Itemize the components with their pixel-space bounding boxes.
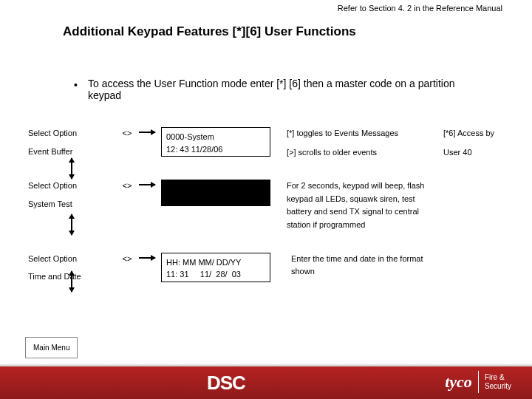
keypad-display: HH: MM MM/ DD/YY 11: 31 11/ 28/ 03 [161, 253, 270, 282]
keypad-display [161, 180, 270, 206]
table-row: Select Option System Test <> For 2 secon… [28, 180, 517, 231]
option-label: Select Option System Test [28, 180, 115, 210]
right-note: [*6] Access by User 40 [436, 127, 517, 159]
dsc-logo: DSC [207, 372, 245, 395]
page-title: Additional Keypad Features [*][6] User F… [63, 24, 356, 39]
keypad-display: 0000-System 12: 43 11/28/06 [161, 127, 270, 157]
nav-arrows: <> [115, 253, 139, 263]
divider-icon [478, 371, 479, 393]
arrow-right-icon [139, 127, 161, 133]
select-option-label: Select Option [28, 253, 115, 265]
description: For 2 seconds, keypad will beep, flash k… [270, 180, 436, 231]
nav-arrows: <> [115, 127, 139, 137]
arrow-right-icon [139, 180, 161, 185]
select-option-label: Select Option [28, 180, 115, 192]
desc-line2: [>] scrolls to older events [287, 146, 436, 160]
right-line2: User 40 [443, 146, 517, 160]
intro-content: To access the User Function mode enter [… [88, 78, 488, 101]
tyco-tagline: Fire & Security [485, 373, 511, 391]
display-line2: 12: 43 11/28/06 [166, 143, 265, 156]
vertical-connector-icon [71, 214, 72, 235]
description: [*] toggles to Events Messages [>] scrol… [270, 127, 436, 159]
select-option-label: Select Option [28, 127, 115, 140]
intro-text: • To access the User Function mode enter… [78, 78, 488, 101]
option-name: Event Buffer [28, 146, 115, 158]
header-ref: Refer to Section 4. 2 in the Reference M… [338, 4, 502, 13]
table-row: Select Option Time and Date <> HH: MM MM… [28, 253, 517, 283]
tyco-text: tyco [445, 372, 472, 392]
display-line2: 11: 31 11/ 28/ 03 [166, 268, 265, 281]
display-line1: 0000-System [166, 131, 265, 143]
vertical-connector-icon [71, 271, 72, 292]
desc-line1: Enter the time and date in the format sh… [287, 253, 436, 279]
description: Enter the time and date in the format sh… [270, 253, 436, 279]
main-menu-button[interactable]: Main Menu [25, 337, 78, 358]
bullet-icon: • [74, 79, 78, 91]
right-line1: [*6] Access by [443, 127, 517, 140]
footer-bar: DSC tyco Fire & Security [0, 366, 532, 399]
options-table: Select Option Event Buffer <> 0000-Syste… [28, 127, 517, 304]
option-label: Select Option Event Buffer [28, 127, 115, 157]
arrow-right-icon [139, 253, 161, 259]
table-row: Select Option Event Buffer <> 0000-Syste… [28, 127, 517, 159]
desc-line1: [*] toggles to Events Messages [287, 127, 436, 140]
nav-arrows: <> [115, 180, 139, 190]
vertical-connector-icon [71, 158, 72, 179]
desc-line1: For 2 seconds, keypad will beep, flash k… [287, 180, 436, 231]
tyco-logo: tyco Fire & Security [445, 371, 511, 393]
display-line1: HH: MM MM/ DD/YY [166, 256, 265, 269]
option-name: System Test [28, 198, 115, 211]
